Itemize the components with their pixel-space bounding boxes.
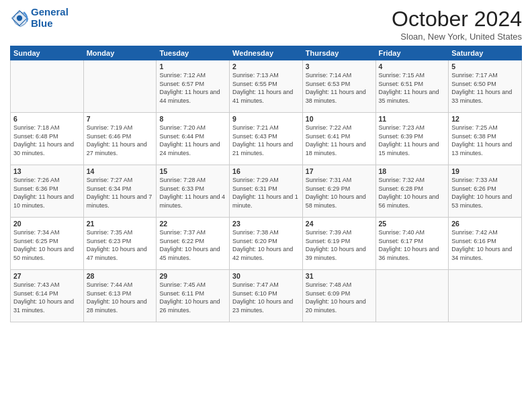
calendar-cell: 22Sunrise: 7:37 AM Sunset: 6:22 PM Dayli… — [157, 218, 230, 270]
calendar-cell: 20Sunrise: 7:34 AM Sunset: 6:25 PM Dayli… — [11, 218, 84, 270]
day-number: 3 — [306, 62, 373, 71]
cell-content: Sunrise: 7:17 AM Sunset: 6:50 PM Dayligh… — [451, 71, 519, 105]
cell-content: Sunrise: 7:27 AM Sunset: 6:34 PM Dayligh… — [87, 176, 154, 210]
calendar-cell: 9Sunrise: 7:21 AM Sunset: 6:43 PM Daylig… — [230, 113, 303, 165]
day-number: 8 — [159, 115, 226, 123]
cell-content: Sunrise: 7:47 AM Sunset: 6:10 PM Dayligh… — [232, 281, 300, 314]
cell-content: Sunrise: 7:43 AM Sunset: 6:14 PM Dayligh… — [13, 281, 81, 314]
calendar-cell — [11, 60, 84, 113]
day-number: 20 — [13, 220, 81, 228]
cell-content: Sunrise: 7:48 AM Sunset: 6:09 PM Dayligh… — [306, 281, 373, 314]
calendar-cell: 25Sunrise: 7:40 AM Sunset: 6:17 PM Dayli… — [375, 218, 449, 270]
day-number: 27 — [13, 272, 81, 280]
logo: General Blue — [10, 7, 69, 29]
calendar-cell — [449, 270, 522, 322]
calendar-cell: 12Sunrise: 7:25 AM Sunset: 6:38 PM Dayli… — [449, 113, 522, 165]
cell-content: Sunrise: 7:29 AM Sunset: 6:31 PM Dayligh… — [232, 176, 300, 210]
calendar-week-row: 6Sunrise: 7:18 AM Sunset: 6:48 PM Daylig… — [11, 113, 522, 165]
calendar-cell: 7Sunrise: 7:19 AM Sunset: 6:46 PM Daylig… — [83, 113, 157, 165]
location: Sloan, New York, United States — [392, 32, 522, 42]
day-number: 28 — [87, 272, 154, 280]
calendar-cell: 23Sunrise: 7:38 AM Sunset: 6:20 PM Dayli… — [230, 218, 303, 270]
calendar-cell: 13Sunrise: 7:26 AM Sunset: 6:36 PM Dayli… — [11, 165, 84, 218]
weekday-header: Thursday — [302, 46, 375, 60]
calendar-week-row: 13Sunrise: 7:26 AM Sunset: 6:36 PM Dayli… — [11, 165, 522, 218]
day-number: 9 — [232, 115, 300, 123]
cell-content: Sunrise: 7:38 AM Sunset: 6:20 PM Dayligh… — [232, 228, 300, 262]
cell-content: Sunrise: 7:19 AM Sunset: 6:46 PM Dayligh… — [87, 124, 154, 157]
day-number: 12 — [451, 115, 519, 123]
cell-content: Sunrise: 7:33 AM Sunset: 6:26 PM Dayligh… — [451, 176, 519, 210]
day-number: 19 — [451, 167, 519, 175]
calendar-cell: 15Sunrise: 7:28 AM Sunset: 6:33 PM Dayli… — [157, 165, 230, 218]
cell-content: Sunrise: 7:25 AM Sunset: 6:38 PM Dayligh… — [451, 124, 519, 157]
day-number: 30 — [232, 272, 300, 280]
day-number: 10 — [306, 115, 373, 123]
cell-content: Sunrise: 7:39 AM Sunset: 6:19 PM Dayligh… — [306, 228, 373, 262]
calendar-cell: 14Sunrise: 7:27 AM Sunset: 6:34 PM Dayli… — [83, 165, 157, 218]
day-number: 17 — [306, 167, 373, 175]
day-number: 25 — [379, 220, 446, 228]
cell-content: Sunrise: 7:18 AM Sunset: 6:48 PM Dayligh… — [13, 124, 81, 157]
weekday-header: Saturday — [449, 46, 522, 60]
cell-content: Sunrise: 7:21 AM Sunset: 6:43 PM Dayligh… — [232, 124, 300, 157]
cell-content: Sunrise: 7:23 AM Sunset: 6:39 PM Dayligh… — [379, 124, 446, 157]
cell-content: Sunrise: 7:12 AM Sunset: 6:57 PM Dayligh… — [159, 71, 226, 105]
day-number: 1 — [159, 62, 226, 71]
calendar-table: SundayMondayTuesdayWednesdayThursdayFrid… — [10, 46, 522, 322]
header-row: SundayMondayTuesdayWednesdayThursdayFrid… — [11, 46, 522, 60]
day-number: 23 — [232, 220, 300, 228]
calendar-week-row: 1Sunrise: 7:12 AM Sunset: 6:57 PM Daylig… — [11, 60, 522, 113]
cell-content: Sunrise: 7:45 AM Sunset: 6:11 PM Dayligh… — [159, 281, 226, 314]
calendar-cell: 5Sunrise: 7:17 AM Sunset: 6:50 PM Daylig… — [449, 60, 522, 113]
calendar-cell: 18Sunrise: 7:32 AM Sunset: 6:28 PM Dayli… — [375, 165, 449, 218]
calendar-cell: 10Sunrise: 7:22 AM Sunset: 6:41 PM Dayli… — [302, 113, 375, 165]
calendar-cell: 29Sunrise: 7:45 AM Sunset: 6:11 PM Dayli… — [157, 270, 230, 322]
cell-content: Sunrise: 7:20 AM Sunset: 6:44 PM Dayligh… — [159, 124, 226, 157]
cell-content: Sunrise: 7:15 AM Sunset: 6:51 PM Dayligh… — [379, 71, 446, 105]
day-number: 24 — [306, 220, 373, 228]
cell-content: Sunrise: 7:13 AM Sunset: 6:55 PM Dayligh… — [232, 71, 300, 105]
weekday-header: Tuesday — [157, 46, 230, 60]
day-number: 26 — [451, 220, 519, 228]
cell-content: Sunrise: 7:37 AM Sunset: 6:22 PM Dayligh… — [159, 228, 226, 262]
cell-content: Sunrise: 7:31 AM Sunset: 6:29 PM Dayligh… — [306, 176, 373, 210]
day-number: 29 — [159, 272, 226, 280]
cell-content: Sunrise: 7:28 AM Sunset: 6:33 PM Dayligh… — [159, 176, 226, 210]
day-number: 5 — [451, 62, 519, 71]
calendar-cell: 11Sunrise: 7:23 AM Sunset: 6:39 PM Dayli… — [375, 113, 449, 165]
calendar-cell: 8Sunrise: 7:20 AM Sunset: 6:44 PM Daylig… — [157, 113, 230, 165]
day-number: 22 — [159, 220, 226, 228]
calendar-cell: 16Sunrise: 7:29 AM Sunset: 6:31 PM Dayli… — [230, 165, 303, 218]
title-block: October 2024 Sloan, New York, United Sta… — [392, 7, 522, 42]
day-number: 18 — [379, 167, 446, 175]
day-number: 14 — [87, 167, 154, 175]
calendar-cell: 1Sunrise: 7:12 AM Sunset: 6:57 PM Daylig… — [157, 60, 230, 113]
day-number: 6 — [13, 115, 81, 123]
month-title: October 2024 — [392, 7, 522, 32]
header: General Blue October 2024 Sloan, New Yor… — [10, 7, 522, 42]
calendar-cell: 2Sunrise: 7:13 AM Sunset: 6:55 PM Daylig… — [230, 60, 303, 113]
calendar-cell: 28Sunrise: 7:44 AM Sunset: 6:13 PM Dayli… — [83, 270, 157, 322]
day-number: 13 — [13, 167, 81, 175]
calendar-cell: 26Sunrise: 7:42 AM Sunset: 6:16 PM Dayli… — [449, 218, 522, 270]
day-number: 11 — [379, 115, 446, 123]
cell-content: Sunrise: 7:22 AM Sunset: 6:41 PM Dayligh… — [306, 124, 373, 157]
cell-content: Sunrise: 7:14 AM Sunset: 6:53 PM Dayligh… — [306, 71, 373, 105]
day-number: 7 — [87, 115, 154, 123]
day-number: 31 — [306, 272, 373, 280]
cell-content: Sunrise: 7:35 AM Sunset: 6:23 PM Dayligh… — [87, 228, 154, 262]
calendar-cell: 3Sunrise: 7:14 AM Sunset: 6:53 PM Daylig… — [302, 60, 375, 113]
logo-icon — [10, 9, 29, 28]
calendar-week-row: 20Sunrise: 7:34 AM Sunset: 6:25 PM Dayli… — [11, 218, 522, 270]
calendar-cell: 27Sunrise: 7:43 AM Sunset: 6:14 PM Dayli… — [11, 270, 84, 322]
calendar-cell: 19Sunrise: 7:33 AM Sunset: 6:26 PM Dayli… — [449, 165, 522, 218]
calendar-cell: 21Sunrise: 7:35 AM Sunset: 6:23 PM Dayli… — [83, 218, 157, 270]
calendar-cell: 24Sunrise: 7:39 AM Sunset: 6:19 PM Dayli… — [302, 218, 375, 270]
day-number: 16 — [232, 167, 300, 175]
cell-content: Sunrise: 7:32 AM Sunset: 6:28 PM Dayligh… — [379, 176, 446, 210]
calendar-cell: 31Sunrise: 7:48 AM Sunset: 6:09 PM Dayli… — [302, 270, 375, 322]
cell-content: Sunrise: 7:26 AM Sunset: 6:36 PM Dayligh… — [13, 176, 81, 210]
svg-point-3 — [17, 15, 22, 20]
day-number: 2 — [232, 62, 300, 71]
